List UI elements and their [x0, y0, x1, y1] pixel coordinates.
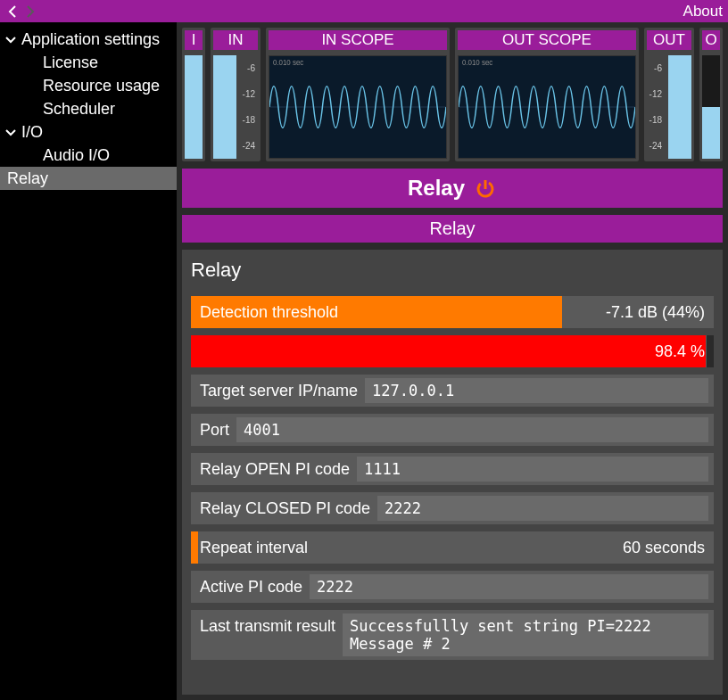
percentage-value: 98.4 %: [655, 342, 705, 361]
meter-o: O: [699, 28, 723, 161]
meter-in-scope: IN SCOPE 0.010 sec: [266, 28, 450, 161]
sidebar-item-app-settings[interactable]: Application settings: [0, 28, 177, 51]
meter-in: IN -6 -12 -18 -24: [211, 28, 261, 161]
forward-arrow-icon[interactable]: [23, 4, 37, 19]
last-transmit-output: Successfullly sent string PI=2222 Messag…: [343, 614, 708, 656]
detection-threshold-value: -7.1 dB (44%): [606, 303, 705, 322]
sidebar: Application settings License Resource us…: [0, 22, 177, 700]
repeat-interval-value: 60 seconds: [623, 539, 705, 557]
content: I IN -6 -12 -18 -24 IN SCOPE: [177, 22, 728, 700]
last-transmit-row: Last transmit result Successfullly sent …: [191, 610, 714, 660]
sidebar-label: Audio I/O: [43, 146, 110, 165]
target-server-row: Target server IP/name: [191, 375, 714, 407]
meter-bar: [668, 55, 691, 159]
active-pi-label: Active PI code: [200, 578, 302, 597]
meters-row: I IN -6 -12 -18 -24 IN SCOPE: [182, 28, 723, 161]
relay-closed-label: Relay CLOSED PI code: [200, 499, 370, 518]
meter-header: I: [185, 30, 203, 50]
topbar: About: [0, 0, 728, 22]
sidebar-label: License: [43, 54, 98, 72]
meter-bar: [185, 55, 203, 159]
sidebar-item-resource-usage[interactable]: Resource usage: [0, 74, 177, 97]
sidebar-label: Relay: [7, 169, 48, 188]
relay-subtitle: Relay: [182, 215, 723, 243]
chevron-down-icon: [4, 125, 18, 139]
meter-header: OUT: [647, 30, 691, 50]
power-icon[interactable]: [474, 177, 497, 200]
meter-i: I: [182, 28, 205, 161]
panel-title: Relay: [191, 259, 714, 282]
repeat-interval-label: Repeat interval: [191, 533, 317, 563]
target-server-input[interactable]: [365, 378, 708, 403]
meter-scale: -6 -12 -18 -24: [240, 55, 258, 159]
detection-threshold-label: Detection threshold: [191, 296, 347, 328]
scope-display: 0.010 sec: [458, 55, 636, 159]
relay-open-input[interactable]: [357, 457, 708, 482]
sidebar-item-audio-io[interactable]: Audio I/O: [0, 144, 177, 167]
scope-display: 0.010 sec: [269, 55, 447, 159]
active-pi-row: Active PI code: [191, 571, 714, 603]
meter-bar: [702, 55, 720, 159]
sidebar-item-license[interactable]: License: [0, 51, 177, 74]
meter-scale: -6 -12 -18 -24: [647, 55, 665, 159]
target-server-label: Target server IP/name: [200, 382, 358, 400]
meter-header: IN: [213, 30, 258, 50]
meter-header: IN SCOPE: [269, 30, 447, 50]
relay-title-text: Relay: [408, 176, 465, 201]
relay-title-bar: Relay: [182, 169, 723, 208]
meter-out-scope: OUT SCOPE 0.010 sec: [455, 28, 639, 161]
last-transmit-label: Last transmit result: [200, 614, 335, 636]
meter-out: OUT -6 -12 -18 -24: [644, 28, 694, 161]
active-pi-input[interactable]: [310, 574, 708, 599]
sidebar-item-io[interactable]: I/O: [0, 120, 177, 144]
meter-bar: [213, 55, 236, 159]
chevron-down-icon: [4, 32, 18, 46]
port-label: Port: [200, 421, 229, 440]
sidebar-label: I/O: [21, 123, 43, 142]
back-arrow-icon[interactable]: [5, 4, 20, 19]
relay-open-row: Relay OPEN PI code: [191, 453, 714, 485]
relay-open-label: Relay OPEN PI code: [200, 460, 350, 479]
detection-threshold-slider[interactable]: Detection threshold -7.1 dB (44%): [191, 296, 714, 328]
about-link[interactable]: About: [683, 3, 723, 21]
svg-text:0.010 sec: 0.010 sec: [273, 59, 303, 67]
percentage-bar: 98.4 %: [191, 335, 714, 367]
sidebar-label: Scheduler: [43, 100, 115, 119]
meter-header: O: [702, 30, 720, 50]
sidebar-item-scheduler[interactable]: Scheduler: [0, 97, 177, 120]
relay-closed-row: Relay CLOSED PI code: [191, 492, 714, 524]
nav-arrows: [5, 4, 37, 19]
relay-panel: Relay Detection threshold -7.1 dB (44%) …: [182, 250, 723, 695]
port-row: Port: [191, 414, 714, 446]
relay-closed-input[interactable]: [377, 496, 708, 521]
repeat-interval-slider[interactable]: Repeat interval 60 seconds: [191, 531, 714, 564]
port-input[interactable]: [236, 417, 708, 442]
sidebar-label: Resource usage: [43, 77, 160, 95]
sidebar-label: Application settings: [21, 30, 160, 49]
meter-header: OUT SCOPE: [458, 30, 636, 50]
sidebar-item-relay[interactable]: Relay: [0, 167, 177, 190]
svg-text:0.010 sec: 0.010 sec: [462, 59, 492, 67]
